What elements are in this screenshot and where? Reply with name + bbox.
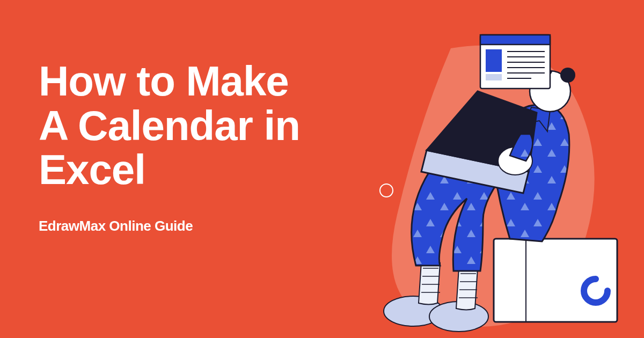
browser-window-icon	[480, 35, 550, 89]
svg-rect-13	[486, 49, 502, 72]
hair-bun	[560, 68, 575, 83]
person-laptop-illustration	[343, 0, 644, 338]
ankle-left	[419, 263, 440, 305]
circle-decoration	[380, 184, 393, 197]
subtitle: EdrawMax Online Guide	[39, 218, 300, 234]
illustration-svg	[343, 0, 644, 338]
page-title: How to Make A Calendar in Excel	[39, 59, 300, 192]
headline-line-1: How to Make	[39, 57, 289, 105]
ankle-right	[456, 268, 478, 310]
svg-rect-12	[480, 35, 550, 45]
box-seat	[494, 239, 617, 322]
text-block: How to Make A Calendar in Excel EdrawMax…	[39, 59, 300, 234]
headline-line-2: A Calendar in	[39, 102, 300, 149]
svg-rect-14	[486, 74, 502, 80]
headline-line-3: Excel	[39, 146, 145, 193]
